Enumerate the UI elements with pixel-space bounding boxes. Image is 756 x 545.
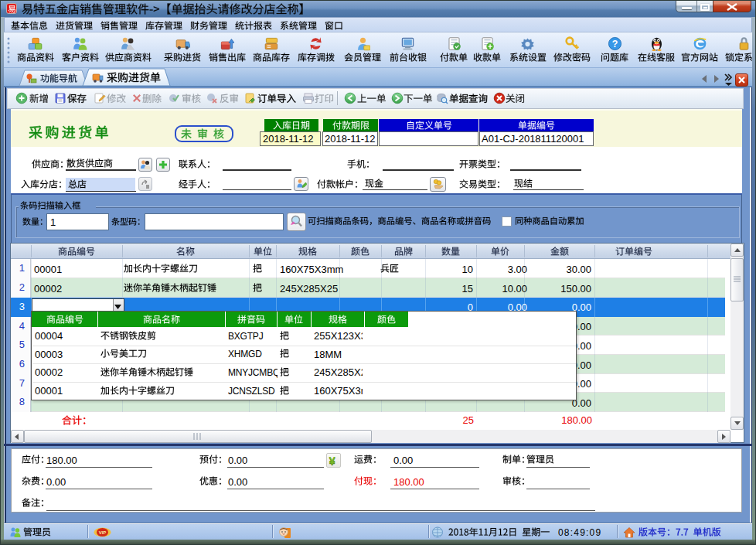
svg-text:VIP: VIP xyxy=(99,530,107,535)
svg-text:?: ? xyxy=(611,39,618,49)
